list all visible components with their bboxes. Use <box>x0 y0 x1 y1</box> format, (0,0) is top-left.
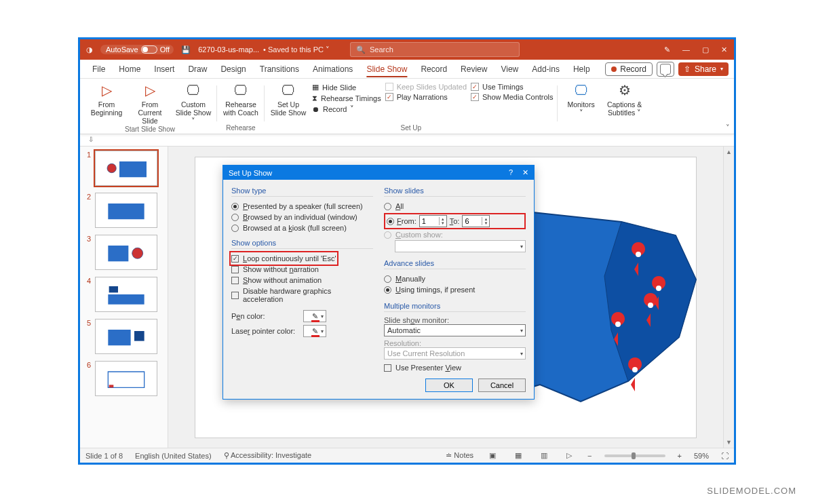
zoom-in-icon[interactable]: + <box>678 452 682 460</box>
custom-show-button[interactable]: 🖵 Custom Slide Show ˅ <box>174 81 213 125</box>
qat-overflow-icon[interactable]: ⇩ <box>88 136 94 143</box>
record-dropdown[interactable]: ⏺ Record ˅ <box>312 104 381 113</box>
tab-review[interactable]: Review <box>454 62 494 77</box>
radio-all[interactable]: All <box>384 201 526 212</box>
from-input[interactable] <box>420 217 439 225</box>
setup-icon: 🖵 <box>282 83 295 98</box>
play-narrations-checkbox[interactable]: ✓Play Narrations <box>385 93 467 101</box>
dialog-title: Set Up Show <box>229 169 272 177</box>
from-beginning-button[interactable]: ▷ From Beginning <box>87 81 126 117</box>
from-current-button[interactable]: ▷ From Current Slide <box>130 81 170 125</box>
autosave-toggle[interactable]: AutoSave Off <box>100 45 174 54</box>
use-timings-checkbox[interactable]: ✓Use Timings <box>471 83 554 91</box>
slide-thumbnail[interactable] <box>95 151 157 186</box>
cancel-button[interactable]: Cancel <box>478 379 526 392</box>
autosave-state: Off <box>160 45 170 54</box>
share-button[interactable]: ⇧ Share ▾ <box>678 62 729 76</box>
normal-view-icon[interactable]: ▣ <box>486 451 499 460</box>
search-icon: 🔍 <box>356 45 366 54</box>
ribbon-collapse-icon[interactable]: ˅ <box>726 123 730 132</box>
monitors-button[interactable]: 🖵 Monitors˅ <box>562 81 601 117</box>
slide-thumbnail[interactable] <box>95 235 157 270</box>
hide-slide-button[interactable]: ▦ Hide Slide <box>312 83 381 92</box>
radio-browsed-individual[interactable]: Browsed by an individual (window) <box>231 212 373 222</box>
tab-animations[interactable]: Animations <box>306 62 360 77</box>
tab-design[interactable]: Design <box>214 62 252 77</box>
radio-using-timings[interactable]: Using timings, if present <box>384 284 526 295</box>
tab-slide-show[interactable]: Slide Show <box>360 62 414 77</box>
monitors-label: Monitors˅ <box>567 100 594 117</box>
tab-draw[interactable]: Draw <box>181 62 214 77</box>
svg-point-6 <box>648 303 653 308</box>
comments-button[interactable] <box>657 62 674 77</box>
rehearse-timings-button[interactable]: ⧗ Rehearse Timings <box>312 94 381 102</box>
reading-view-icon[interactable]: ▥ <box>537 451 551 460</box>
tab-insert[interactable]: Insert <box>147 62 181 77</box>
slide-thumbnail[interactable] <box>95 277 157 312</box>
fit-to-window-icon[interactable]: ⛶ <box>721 452 729 460</box>
radio-presented[interactable]: Presented by a speaker (full screen) <box>231 201 373 212</box>
tab-transitions[interactable]: Transitions <box>253 62 306 77</box>
no-narration-checkbox[interactable]: Show without narration <box>231 264 373 275</box>
pen-tool-icon[interactable]: ✎ <box>664 45 670 54</box>
record-button[interactable]: Record <box>605 62 653 76</box>
pen-color-picker[interactable]: ✎ <box>303 310 326 322</box>
scroll-down-icon[interactable]: ▼ <box>726 437 732 448</box>
slide-thumbnail[interactable] <box>95 319 157 354</box>
scroll-up-icon[interactable]: ▲ <box>726 147 732 157</box>
setup-show-button[interactable]: 🖵 Set Up Slide Show <box>269 81 308 117</box>
tab-record[interactable]: Record <box>414 62 454 77</box>
dialog-help-icon[interactable]: ? <box>509 168 513 177</box>
radio-browsed-kiosk[interactable]: Browsed at a kiosk (full screen) <box>231 222 373 233</box>
to-input[interactable] <box>463 217 482 225</box>
tab-addins[interactable]: Add-ins <box>525 62 566 77</box>
loop-checkbox[interactable]: Loop continuously until 'Esc' <box>231 253 336 264</box>
notes-button[interactable]: ≐ Notes <box>446 451 473 460</box>
laser-color-picker[interactable]: ✎ <box>303 325 326 337</box>
ok-button[interactable]: OK <box>425 379 473 392</box>
slide-counter[interactable]: Slide 1 of 8 <box>85 452 123 460</box>
from-beginning-label: From Beginning <box>87 100 126 117</box>
monitor-combo[interactable]: Automatic <box>384 324 526 336</box>
captions-button[interactable]: ⚙ Captions & Subtitles ˅ <box>605 81 644 117</box>
no-animation-checkbox[interactable]: Show without animation <box>231 275 373 286</box>
tab-file[interactable]: File <box>85 62 112 77</box>
maximize-icon[interactable]: ▢ <box>702 45 709 54</box>
disable-hw-checkbox[interactable]: Disable hardware graphics acceleration <box>231 286 373 305</box>
tab-help[interactable]: Help <box>566 62 597 77</box>
save-icon[interactable]: 💾 <box>179 45 193 54</box>
slideshow-view-icon[interactable]: ▷ <box>563 451 575 460</box>
slide-thumbnail[interactable] <box>95 193 157 228</box>
minimize-icon[interactable]: — <box>682 45 690 54</box>
from-spinner[interactable]: ▲▼ <box>419 215 447 227</box>
show-media-checkbox[interactable]: ✓Show Media Controls <box>471 93 554 101</box>
thumbnail-pane[interactable]: 1 2 3 4 5 6 <box>80 147 168 448</box>
accessibility-status[interactable]: ⚲ Accessibility: Investigate <box>224 451 312 460</box>
zoom-out-icon[interactable]: − <box>587 452 592 460</box>
zoom-slider[interactable] <box>604 454 665 457</box>
tab-home[interactable]: Home <box>112 62 147 77</box>
vertical-scrollbar[interactable]: ▲ ▼ <box>723 147 734 448</box>
coach-icon: 🖵 <box>234 83 248 98</box>
spin-down-icon[interactable]: ▼ <box>482 221 489 225</box>
presenter-view-checkbox[interactable]: Use Presenter View <box>384 362 526 373</box>
radio-from[interactable] <box>387 218 394 225</box>
language-status[interactable]: English (United States) <box>135 452 212 460</box>
close-icon[interactable]: ✕ <box>721 45 727 54</box>
tab-view[interactable]: View <box>494 62 525 77</box>
to-spinner[interactable]: ▲▼ <box>462 215 490 227</box>
save-status[interactable]: • Saved to this PC ˅ <box>263 45 330 54</box>
spin-down-icon[interactable]: ▼ <box>440 221 446 225</box>
show-slides-legend: Show slides <box>384 187 526 197</box>
custom-show-label: Custom Slide Show ˅ <box>174 100 213 125</box>
radio-manually[interactable]: Manually <box>384 273 526 284</box>
pen-icon: ✎ <box>312 312 318 321</box>
slide-thumbnail[interactable] <box>95 361 157 396</box>
document-name[interactable]: 6270-03-us-map... <box>198 45 259 54</box>
rehearse-coach-button[interactable]: 🖵 Rehearse with Coach <box>221 81 260 117</box>
radio-icon <box>231 214 239 221</box>
search-input[interactable]: 🔍 Search <box>350 42 520 57</box>
dialog-close-icon[interactable]: ✕ <box>522 168 528 177</box>
zoom-level[interactable]: 59% <box>694 452 709 460</box>
sorter-view-icon[interactable]: ▦ <box>511 451 525 460</box>
